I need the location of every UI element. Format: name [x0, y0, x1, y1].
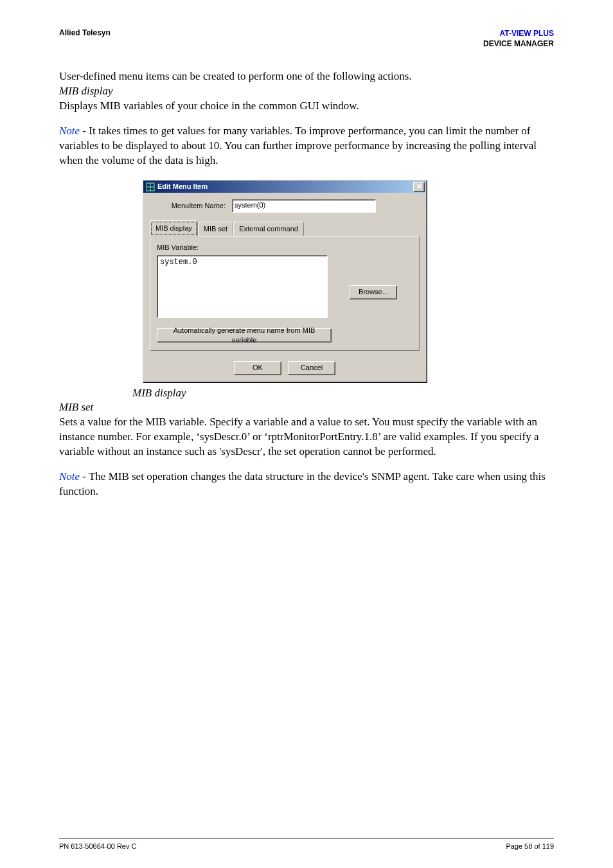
close-button[interactable]: ✕	[413, 182, 425, 192]
menuitem-name-label: MenuItem Name:	[150, 201, 232, 211]
close-icon: ✕	[416, 183, 422, 190]
mib-display-heading: MIB display	[59, 84, 554, 99]
cancel-button[interactable]: Cancel	[288, 361, 335, 375]
note-text: - It takes times to get values for many …	[59, 125, 537, 166]
note-label: Note	[59, 470, 80, 483]
mib-display-note: Note - It takes times to get values for …	[59, 124, 554, 168]
footer-divider	[59, 838, 554, 838]
tab-mib-display[interactable]: MIB display	[150, 220, 198, 236]
tab-strip: MIB display MIB set External command	[150, 220, 420, 236]
footer-partnumber: PN 613-50664-00 Rev C	[59, 842, 136, 850]
mib-set-heading: MIB set	[59, 400, 554, 415]
mib-variable-label: MIB Variable:	[157, 243, 413, 252]
note-text: - The MIB set operation changes the data…	[59, 470, 546, 497]
mib-display-paragraph: Displays MIB variables of your choice in…	[59, 99, 554, 114]
dialog-caption: MIB display	[132, 386, 554, 401]
header-subtitle: DEVICE MANAGER	[483, 39, 554, 49]
menuitem-name-input[interactable]: system(0)	[232, 199, 376, 213]
edit-menu-item-dialog: Edit Menu Item ✕ MenuItem Name: system(0…	[143, 180, 427, 382]
header-brand: Allied Telesyn	[59, 28, 111, 37]
footer-page-number: Page 58 of 119	[506, 842, 554, 850]
auto-generate-button[interactable]: Automatically generate menu name from MI…	[157, 328, 332, 342]
tab-mib-set[interactable]: MIB set	[198, 222, 233, 236]
tab-page-mib-display: MIB Variable: system.0 Browse... Automat…	[150, 236, 420, 351]
intro-paragraph: User-defined menu items can be created t…	[59, 69, 554, 84]
dialog-titlebar: Edit Menu Item ✕	[143, 181, 426, 193]
mib-variable-input[interactable]: system.0	[157, 255, 328, 318]
header-product: AT-VIEW PLUS	[483, 28, 554, 39]
mib-set-paragraph: Sets a value for the MIB variable. Speci…	[59, 415, 554, 459]
dialog-title: Edit Menu Item	[157, 182, 413, 191]
mib-set-note: Note - The MIB set operation changes the…	[59, 470, 554, 499]
tab-external-command[interactable]: External command	[233, 222, 304, 236]
browse-button[interactable]: Browse...	[350, 285, 397, 299]
app-icon	[145, 182, 155, 191]
note-label: Note	[59, 125, 80, 137]
ok-button[interactable]: OK	[234, 361, 281, 375]
